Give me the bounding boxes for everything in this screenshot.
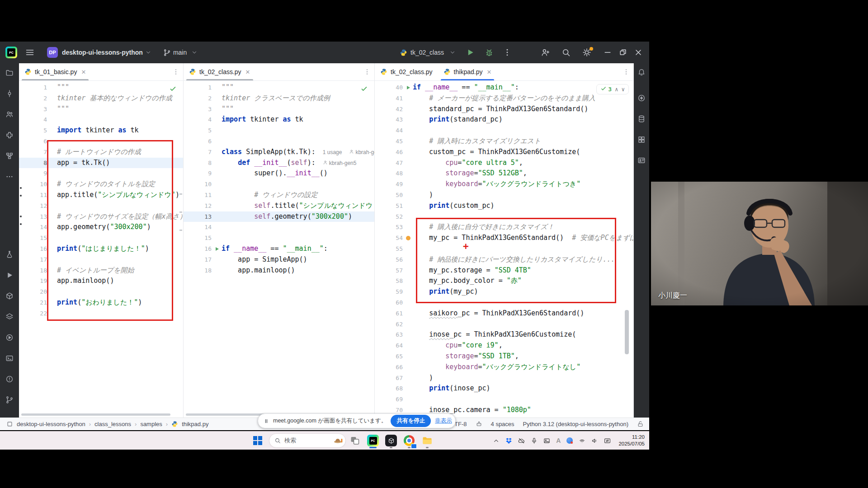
more-horizontal-icon[interactable] [5,172,14,182]
snipping-tool-icon[interactable] [543,437,550,444]
project-badge[interactable]: DP [47,47,58,58]
chevron-down-icon[interactable] [145,49,151,56]
error-stripe-mark [179,193,182,195]
tab-options-icon[interactable] [172,68,179,75]
run-play-icon[interactable] [5,270,14,280]
language-switch-icon[interactable] [604,437,611,444]
wifi-icon[interactable] [579,437,585,444]
close-tab-icon[interactable]: ✕ [245,69,250,75]
vertical-scrollbar[interactable] [625,310,629,354]
tab-options-icon[interactable] [623,68,630,75]
breadcrumb-item[interactable]: class_lessons [94,421,131,427]
database-icon[interactable] [637,114,646,124]
layers-icon[interactable] [5,312,14,322]
prev-problem-icon[interactable]: ∧ [615,86,618,93]
git-branch-icon[interactable] [5,395,14,405]
indent-indicator[interactable]: 4 spaces [491,421,514,427]
breadcrumb-item[interactable]: samples [140,421,162,427]
drive-sync-icon[interactable] [566,437,573,444]
tray-chevron-up-icon[interactable] [493,437,500,444]
horizontal-scrollbar[interactable] [21,413,170,416]
id-card-icon[interactable] [637,155,646,165]
ai-assistant-status-icon[interactable] [476,421,482,427]
stop-sharing-button[interactable]: 共有を停止 [391,415,431,427]
task-view-button[interactable] [346,432,364,450]
dropbox-icon[interactable] [505,437,512,444]
commit-icon[interactable] [5,89,14,99]
taskbar-explorer-button[interactable] [418,432,436,450]
tab-tk_01_basic.py[interactable]: tk_01_basic.py✕ [19,63,91,80]
breadcrumb-item[interactable]: thikpad.py [182,421,208,427]
breadcrumb-item[interactable]: desktop-ui-lessons-python [17,421,85,427]
hide-banner-link[interactable]: 非表示 [435,417,452,425]
code-editor[interactable]: 1"""2tkinter 基本的なウィンドウの作成3"""45import tk… [19,80,183,418]
tab-label: thikpad.py [454,68,483,75]
taskbar-chrome-button[interactable] [400,432,418,450]
window-close-button[interactable] [634,48,643,57]
code-editor[interactable]: 40if __name__ == "__main__":41 # メーカーが提示… [375,80,633,418]
run-configuration[interactable]: tk_02_class [400,49,456,56]
problems-icon[interactable] [5,374,14,384]
volume-icon[interactable] [591,437,598,444]
taskbar-clock[interactable]: 11:20 2025/07/05 [618,434,645,447]
plugins-icon[interactable] [5,130,14,140]
terminal-icon[interactable] [5,353,14,363]
error-stripe-mark [179,230,182,231]
microphone-icon[interactable] [531,437,538,444]
tab-label: tk_02_class.py [391,68,433,75]
tab-tk_02_class.py[interactable]: tk_02_class.py [375,63,438,80]
inspection-widget[interactable]: 3 ∧ ∨ [596,84,629,94]
taskbar-pycharm-button[interactable]: PC [364,432,382,450]
code-editor[interactable]: 1"""2tkinter クラスベースでの作成例3"""4import tkin… [184,80,374,418]
tab-tk_02_class.py[interactable]: tk_02_class.py✕ [184,63,256,80]
ime-mode-icon[interactable]: A [556,437,561,444]
inspection-ok-icon[interactable] [169,85,177,93]
gutter-dot [20,195,22,197]
packages-icon[interactable] [5,291,14,301]
next-problem-icon[interactable]: ∨ [621,86,625,93]
search-everywhere-icon[interactable] [561,48,571,57]
grid-icon[interactable] [637,135,646,145]
more-actions-icon[interactable] [503,48,512,57]
start-button[interactable] [250,433,265,448]
author-inlay-hint[interactable]: kbrah-gen5 [323,158,357,169]
taskbar-dark-app-button[interactable] [382,432,400,450]
onedrive-paused-icon[interactable] [518,437,525,444]
project-name[interactable]: desktop-ui-lessons-python [62,49,143,56]
breakpoint-dot[interactable] [406,236,410,240]
author-inlay-hint[interactable]: kbrah-ger [349,147,374,158]
tab-options-icon[interactable] [363,68,371,75]
code-line: 66 keyboard="バックグラウンドライトなし" [375,362,633,373]
inspection-ok-icon[interactable] [360,85,368,93]
settings-gear-icon[interactable] [582,48,591,57]
close-tab-icon[interactable]: ✕ [81,69,86,75]
lock-open-icon[interactable] [637,421,644,427]
main-menu-icon[interactable] [25,48,34,57]
branch-selector[interactable]: main [163,49,198,56]
usage-inlay-hint[interactable]: 1 usage [323,147,342,158]
chevron-down-icon [191,49,198,56]
window-restore-button[interactable] [618,48,627,57]
services-icon[interactable] [5,333,14,343]
run-button[interactable] [466,48,475,57]
run-line-icon[interactable] [404,82,413,93]
structure-icon[interactable] [5,151,14,161]
window-minimize-button[interactable] [603,48,612,57]
tab-thikpad.py[interactable]: thikpad.py✕ [438,63,497,80]
science-icon[interactable] [5,249,14,259]
search-placeholder: 検索 [284,436,296,445]
debug-button[interactable] [485,48,494,57]
folder-icon[interactable] [5,68,14,78]
taskbar-search-input[interactable]: 検索 [269,433,346,448]
python-file-icon [443,68,451,75]
code-with-me-icon[interactable] [541,48,550,57]
users-icon[interactable] [5,109,14,119]
code-line: 59 print(my_pc) [375,286,633,297]
close-tab-icon[interactable]: ✕ [486,69,491,75]
run-line-icon[interactable] [212,244,222,254]
code-line: 21print("おわりました！") [19,297,183,308]
bell-icon[interactable] [637,67,646,77]
left-tool-stripe [0,63,19,418]
ai-assistant-icon[interactable] [637,93,646,103]
interpreter-indicator[interactable]: Python 3.12 (desktop-ui-lessons-python) [523,421,628,427]
